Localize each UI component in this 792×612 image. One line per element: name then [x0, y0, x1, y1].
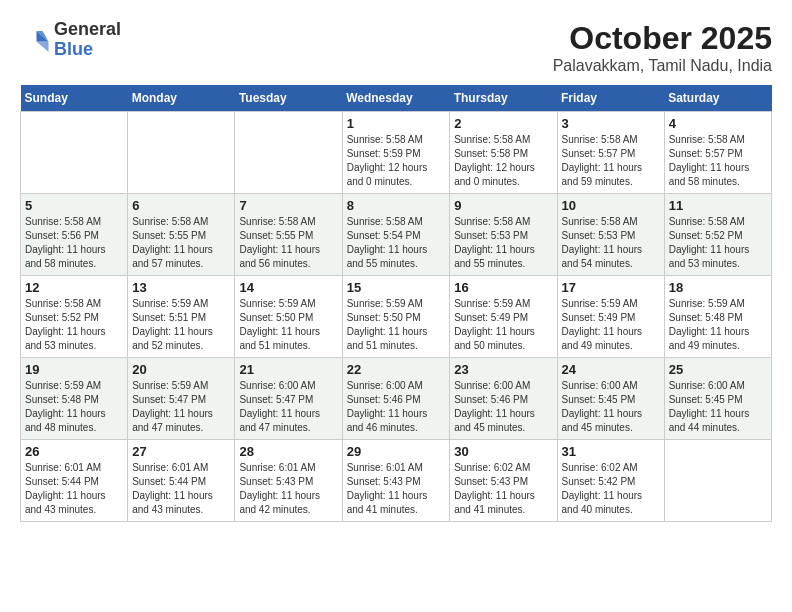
- day-info: Sunrise: 5:58 AMSunset: 5:52 PMDaylight:…: [669, 215, 767, 271]
- day-info: Sunrise: 5:59 AMSunset: 5:48 PMDaylight:…: [669, 297, 767, 353]
- day-info: Sunrise: 5:58 AMSunset: 5:55 PMDaylight:…: [239, 215, 337, 271]
- day-number: 14: [239, 280, 337, 295]
- day-info: Sunrise: 5:59 AMSunset: 5:47 PMDaylight:…: [132, 379, 230, 435]
- day-info: Sunrise: 5:59 AMSunset: 5:49 PMDaylight:…: [454, 297, 552, 353]
- day-number: 3: [562, 116, 660, 131]
- calendar-cell: 8Sunrise: 5:58 AMSunset: 5:54 PMDaylight…: [342, 194, 450, 276]
- day-info: Sunrise: 6:00 AMSunset: 5:45 PMDaylight:…: [669, 379, 767, 435]
- calendar-cell: 27Sunrise: 6:01 AMSunset: 5:44 PMDayligh…: [128, 440, 235, 522]
- calendar-cell: [664, 440, 771, 522]
- day-info: Sunrise: 5:58 AMSunset: 5:57 PMDaylight:…: [669, 133, 767, 189]
- calendar-cell: 1Sunrise: 5:58 AMSunset: 5:59 PMDaylight…: [342, 112, 450, 194]
- day-number: 7: [239, 198, 337, 213]
- day-info: Sunrise: 5:58 AMSunset: 5:55 PMDaylight:…: [132, 215, 230, 271]
- day-number: 19: [25, 362, 123, 377]
- calendar-cell: 12Sunrise: 5:58 AMSunset: 5:52 PMDayligh…: [21, 276, 128, 358]
- day-info: Sunrise: 6:01 AMSunset: 5:43 PMDaylight:…: [347, 461, 446, 517]
- weekday-header-thursday: Thursday: [450, 85, 557, 112]
- weekday-header-sunday: Sunday: [21, 85, 128, 112]
- day-info: Sunrise: 5:58 AMSunset: 5:59 PMDaylight:…: [347, 133, 446, 189]
- month-title: October 2025: [553, 20, 772, 57]
- calendar-week-row: 12Sunrise: 5:58 AMSunset: 5:52 PMDayligh…: [21, 276, 772, 358]
- calendar-header-row: SundayMondayTuesdayWednesdayThursdayFrid…: [21, 85, 772, 112]
- day-info: Sunrise: 6:01 AMSunset: 5:44 PMDaylight:…: [132, 461, 230, 517]
- day-info: Sunrise: 5:59 AMSunset: 5:48 PMDaylight:…: [25, 379, 123, 435]
- day-number: 20: [132, 362, 230, 377]
- calendar-cell: 10Sunrise: 5:58 AMSunset: 5:53 PMDayligh…: [557, 194, 664, 276]
- day-number: 1: [347, 116, 446, 131]
- calendar-cell: 16Sunrise: 5:59 AMSunset: 5:49 PMDayligh…: [450, 276, 557, 358]
- day-number: 4: [669, 116, 767, 131]
- calendar-cell: 29Sunrise: 6:01 AMSunset: 5:43 PMDayligh…: [342, 440, 450, 522]
- calendar-cell: [21, 112, 128, 194]
- calendar-cell: 17Sunrise: 5:59 AMSunset: 5:49 PMDayligh…: [557, 276, 664, 358]
- title-block: October 2025 Palavakkam, Tamil Nadu, Ind…: [553, 20, 772, 75]
- location: Palavakkam, Tamil Nadu, India: [553, 57, 772, 75]
- calendar-cell: 23Sunrise: 6:00 AMSunset: 5:46 PMDayligh…: [450, 358, 557, 440]
- day-info: Sunrise: 5:58 AMSunset: 5:56 PMDaylight:…: [25, 215, 123, 271]
- day-number: 6: [132, 198, 230, 213]
- calendar-cell: 13Sunrise: 5:59 AMSunset: 5:51 PMDayligh…: [128, 276, 235, 358]
- day-number: 10: [562, 198, 660, 213]
- calendar-cell: 26Sunrise: 6:01 AMSunset: 5:44 PMDayligh…: [21, 440, 128, 522]
- day-number: 2: [454, 116, 552, 131]
- day-number: 15: [347, 280, 446, 295]
- calendar-week-row: 26Sunrise: 6:01 AMSunset: 5:44 PMDayligh…: [21, 440, 772, 522]
- day-info: Sunrise: 5:58 AMSunset: 5:54 PMDaylight:…: [347, 215, 446, 271]
- day-info: Sunrise: 6:00 AMSunset: 5:46 PMDaylight:…: [347, 379, 446, 435]
- day-info: Sunrise: 5:58 AMSunset: 5:53 PMDaylight:…: [562, 215, 660, 271]
- day-number: 27: [132, 444, 230, 459]
- day-info: Sunrise: 5:58 AMSunset: 5:53 PMDaylight:…: [454, 215, 552, 271]
- logo-general-text: General: [54, 20, 121, 40]
- calendar-cell: 2Sunrise: 5:58 AMSunset: 5:58 PMDaylight…: [450, 112, 557, 194]
- day-info: Sunrise: 6:00 AMSunset: 5:46 PMDaylight:…: [454, 379, 552, 435]
- day-number: 12: [25, 280, 123, 295]
- day-info: Sunrise: 6:02 AMSunset: 5:42 PMDaylight:…: [562, 461, 660, 517]
- logo: General Blue: [20, 20, 121, 60]
- day-info: Sunrise: 5:58 AMSunset: 5:52 PMDaylight:…: [25, 297, 123, 353]
- calendar-cell: 21Sunrise: 6:00 AMSunset: 5:47 PMDayligh…: [235, 358, 342, 440]
- calendar-cell: 25Sunrise: 6:00 AMSunset: 5:45 PMDayligh…: [664, 358, 771, 440]
- calendar-week-row: 19Sunrise: 5:59 AMSunset: 5:48 PMDayligh…: [21, 358, 772, 440]
- calendar-cell: 7Sunrise: 5:58 AMSunset: 5:55 PMDaylight…: [235, 194, 342, 276]
- calendar-week-row: 1Sunrise: 5:58 AMSunset: 5:59 PMDaylight…: [21, 112, 772, 194]
- calendar-cell: 5Sunrise: 5:58 AMSunset: 5:56 PMDaylight…: [21, 194, 128, 276]
- logo-text: General Blue: [54, 20, 121, 60]
- calendar-cell: 22Sunrise: 6:00 AMSunset: 5:46 PMDayligh…: [342, 358, 450, 440]
- calendar-cell: 20Sunrise: 5:59 AMSunset: 5:47 PMDayligh…: [128, 358, 235, 440]
- weekday-header-monday: Monday: [128, 85, 235, 112]
- calendar-table: SundayMondayTuesdayWednesdayThursdayFrid…: [20, 85, 772, 522]
- day-info: Sunrise: 6:02 AMSunset: 5:43 PMDaylight:…: [454, 461, 552, 517]
- day-number: 13: [132, 280, 230, 295]
- weekday-header-saturday: Saturday: [664, 85, 771, 112]
- weekday-header-friday: Friday: [557, 85, 664, 112]
- day-number: 9: [454, 198, 552, 213]
- calendar-cell: 6Sunrise: 5:58 AMSunset: 5:55 PMDaylight…: [128, 194, 235, 276]
- day-number: 26: [25, 444, 123, 459]
- day-number: 16: [454, 280, 552, 295]
- calendar-cell: 30Sunrise: 6:02 AMSunset: 5:43 PMDayligh…: [450, 440, 557, 522]
- day-info: Sunrise: 6:00 AMSunset: 5:47 PMDaylight:…: [239, 379, 337, 435]
- calendar-week-row: 5Sunrise: 5:58 AMSunset: 5:56 PMDaylight…: [21, 194, 772, 276]
- day-info: Sunrise: 5:59 AMSunset: 5:49 PMDaylight:…: [562, 297, 660, 353]
- day-number: 21: [239, 362, 337, 377]
- day-info: Sunrise: 6:00 AMSunset: 5:45 PMDaylight:…: [562, 379, 660, 435]
- logo-icon: [20, 25, 50, 55]
- day-number: 23: [454, 362, 552, 377]
- calendar-cell: 19Sunrise: 5:59 AMSunset: 5:48 PMDayligh…: [21, 358, 128, 440]
- day-number: 18: [669, 280, 767, 295]
- calendar-cell: [128, 112, 235, 194]
- calendar-cell: 18Sunrise: 5:59 AMSunset: 5:48 PMDayligh…: [664, 276, 771, 358]
- calendar-cell: 9Sunrise: 5:58 AMSunset: 5:53 PMDaylight…: [450, 194, 557, 276]
- day-info: Sunrise: 5:58 AMSunset: 5:58 PMDaylight:…: [454, 133, 552, 189]
- calendar-cell: 24Sunrise: 6:00 AMSunset: 5:45 PMDayligh…: [557, 358, 664, 440]
- calendar-cell: 3Sunrise: 5:58 AMSunset: 5:57 PMDaylight…: [557, 112, 664, 194]
- day-number: 30: [454, 444, 552, 459]
- weekday-header-wednesday: Wednesday: [342, 85, 450, 112]
- logo-blue-text: Blue: [54, 40, 121, 60]
- calendar-cell: 4Sunrise: 5:58 AMSunset: 5:57 PMDaylight…: [664, 112, 771, 194]
- calendar-cell: 31Sunrise: 6:02 AMSunset: 5:42 PMDayligh…: [557, 440, 664, 522]
- calendar-cell: [235, 112, 342, 194]
- day-number: 8: [347, 198, 446, 213]
- calendar-cell: 28Sunrise: 6:01 AMSunset: 5:43 PMDayligh…: [235, 440, 342, 522]
